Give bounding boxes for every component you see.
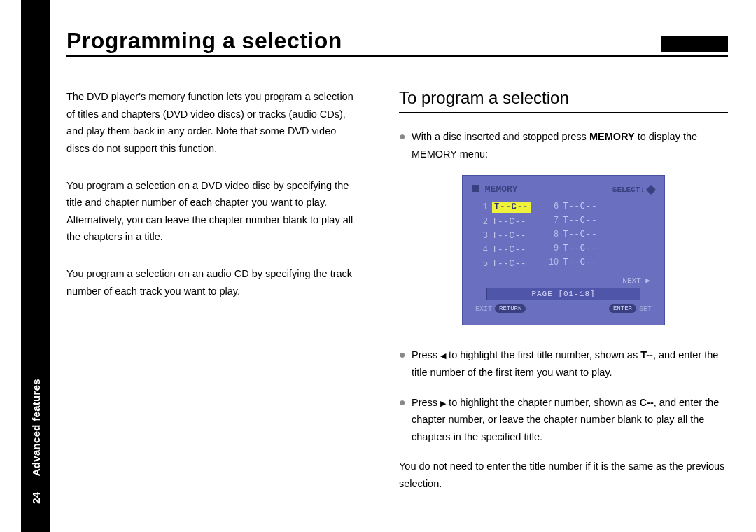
intro-para-1: The DVD player's memory function lets yo…: [66, 88, 360, 158]
intro-para-3: You program a selection on an audio CD b…: [66, 265, 360, 300]
osd-exit: EXITRETURN: [475, 304, 526, 313]
osd-title: MEMORY: [472, 184, 518, 195]
osd-enter: ENTERSET: [609, 304, 652, 313]
memory-menu-screenshot: MEMORY SELECT: 1T--C-- 2T--C-- 3T--C-- 4…: [462, 175, 665, 326]
manual-page: Advanced features 24 Programming a selec…: [0, 0, 756, 532]
intro-para-2: You program a selection on a DVD video d…: [66, 177, 360, 246]
page-title: Programming a selection: [66, 28, 342, 54]
bullet-icon: ●: [399, 394, 412, 446]
osd-row: 6T--C--: [547, 202, 597, 211]
diamond-icon: [646, 185, 656, 195]
step-1-text: With a disc inserted and stopped press M…: [412, 128, 728, 162]
content: Programming a selection The DVD player's…: [66, 28, 728, 493]
columns: The DVD player's memory function lets yo…: [66, 88, 728, 493]
osd-select-label: SELECT:: [612, 186, 654, 194]
sidebar: Advanced features 24: [21, 0, 50, 532]
osd-row: 5T--C--: [477, 259, 531, 269]
osd-row: 1T--C--: [477, 202, 531, 213]
osd-row: 3T--C--: [477, 231, 531, 241]
stop-icon: [472, 185, 479, 192]
osd-figure: MEMORY SELECT: 1T--C-- 2T--C-- 3T--C-- 4…: [399, 175, 728, 326]
subheading: To program a selection: [399, 88, 728, 113]
section-label: Advanced features: [30, 379, 42, 476]
right-column: To program a selection ● With a disc ins…: [399, 88, 728, 493]
title-row: Programming a selection: [66, 28, 728, 57]
page-number: 24: [30, 492, 42, 504]
osd-col-left: 1T--C-- 2T--C-- 3T--C-- 4T--C-- 5T--C--: [477, 202, 531, 269]
osd-grid: 1T--C-- 2T--C-- 3T--C-- 4T--C-- 5T--C-- …: [477, 202, 654, 269]
bullet-icon: ●: [399, 346, 412, 381]
osd-row: 10T--C--: [547, 258, 597, 267]
osd-next: NEXT ▶: [472, 276, 650, 285]
bullet-icon: ●: [399, 128, 412, 162]
osd-highlighted-slot: T--C--: [492, 202, 531, 213]
osd-row: 4T--C--: [477, 245, 531, 255]
right-arrow-icon: ▶: [440, 399, 446, 407]
step-3-text: Press ▶ to highlight the chapter number,…: [412, 394, 728, 446]
step-1: ● With a disc inserted and stopped press…: [399, 128, 728, 162]
note-text: You do not need to enter the title numbe…: [399, 458, 728, 492]
left-arrow-icon: ◀: [440, 351, 446, 360]
left-column: The DVD player's memory function lets yo…: [66, 88, 360, 493]
osd-bottom: EXITRETURN ENTERSET: [472, 304, 654, 313]
osd-col-right: 6T--C-- 7T--C-- 8T--C-- 9T--C-- 10T--C--: [547, 202, 597, 269]
step-3: ● Press ▶ to highlight the chapter numbe…: [399, 394, 728, 446]
step-2: ● Press ◀ to highlight the first title n…: [399, 346, 728, 381]
osd-row: 8T--C--: [547, 230, 597, 239]
osd-row: 7T--C--: [547, 216, 597, 225]
osd-page-indicator: PAGE [01-18]: [486, 288, 640, 300]
title-accent-block: [662, 36, 728, 52]
osd-row: 2T--C--: [477, 217, 531, 227]
step-2-text: Press ◀ to highlight the first title num…: [412, 346, 728, 381]
osd-row: 9T--C--: [547, 244, 597, 253]
